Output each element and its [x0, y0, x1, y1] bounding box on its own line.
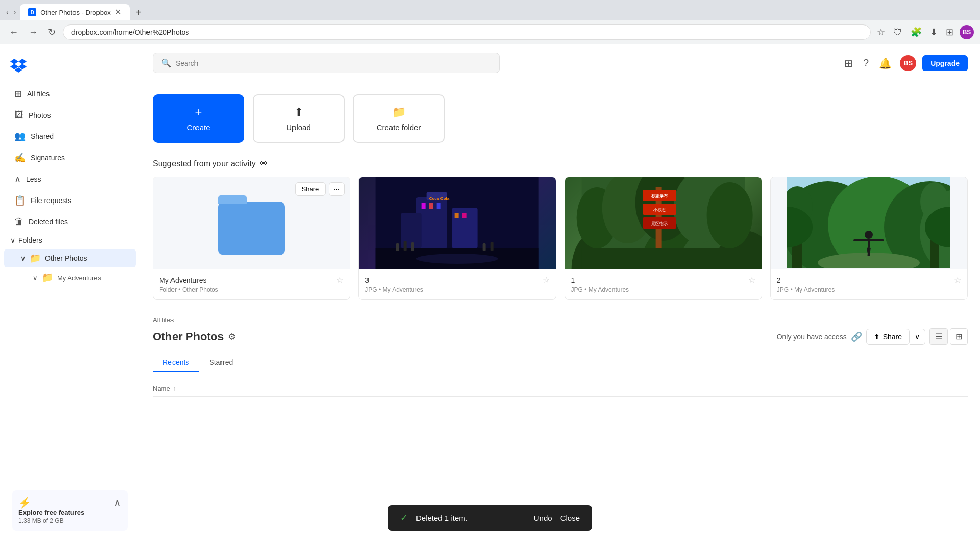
plus-icon: +	[195, 106, 202, 119]
file-card-photo-1[interactable]: 标志瀑布 小标志 景区指示 1	[565, 177, 762, 300]
file-card-my-adventures[interactable]: Share ⋯ My Adventures ☆ Folder • Other P…	[153, 177, 350, 300]
svg-point-28	[706, 182, 752, 248]
address-bar: ← → ↻ dropbox.com/home/Other%20Photos ☆ …	[0, 20, 980, 44]
card-share-button[interactable]: Share	[295, 182, 326, 196]
explore-icon: ⚡	[18, 496, 31, 509]
url-text: dropbox.com/home/Other%20Photos	[71, 28, 862, 36]
svg-rect-8	[455, 213, 459, 218]
grid-button[interactable]: ⊞	[944, 24, 955, 40]
top-bar-actions: ⊞ ? 🔔 BS Upgrade	[842, 55, 968, 71]
star-icon-2[interactable]: ☆	[954, 275, 961, 285]
folders-toggle[interactable]: ∨ Folders	[0, 232, 140, 248]
bookmark-button[interactable]: ☆	[875, 24, 887, 40]
share-dropdown-button[interactable]: ∨	[910, 329, 925, 345]
svg-text:Coca-Cola: Coca-Cola	[429, 196, 450, 201]
name-column-header[interactable]: Name ↑	[153, 385, 968, 392]
sidebar-label-shared: Shared	[31, 132, 54, 140]
svg-rect-54	[869, 239, 884, 241]
svg-text:小标志: 小标志	[653, 208, 665, 212]
svg-rect-17	[491, 242, 494, 251]
tab-starred[interactable]: Starred	[199, 353, 243, 372]
svg-rect-6	[429, 203, 433, 209]
download-button[interactable]: ⬇	[928, 24, 940, 40]
grid-view-button[interactable]: ⊞	[950, 328, 968, 345]
new-tab-button[interactable]: +	[132, 5, 146, 20]
search-input[interactable]	[176, 59, 491, 67]
tab-recents[interactable]: Recents	[153, 353, 199, 372]
sidebar-item-my-adventures[interactable]: ∨ 📁 My Adventures	[4, 268, 136, 287]
settings-button[interactable]: ⚙	[228, 331, 236, 342]
tab-arrow-left[interactable]: ‹	[4, 6, 11, 18]
sidebar-item-photos[interactable]: 🖼 Photos	[4, 105, 136, 125]
browser-profile[interactable]: BS	[960, 25, 974, 39]
active-tab[interactable]: D Other Photos - Dropbox ✕	[20, 4, 129, 20]
star-icon-1[interactable]: ☆	[748, 275, 755, 285]
sidebar-item-deleted-files[interactable]: 🗑 Deleted files	[4, 212, 136, 232]
footer-subtitle: 1.33 MB of 2 GB	[18, 517, 121, 524]
reload-button[interactable]: ↻	[45, 24, 59, 40]
view-toggles: ☰ ⊞	[929, 328, 968, 345]
folder-icon: 📁	[392, 106, 406, 119]
sidebar-item-less[interactable]: ∧ Less	[4, 169, 136, 189]
file-card-photo-2[interactable]: 2 ☆ JPG • My Adventures	[770, 177, 968, 300]
table-header: Name ↑	[153, 381, 968, 397]
create-button[interactable]: + Create	[153, 94, 244, 143]
top-bar: 🔍 ⊞ ? 🔔 BS Upgrade	[140, 44, 980, 82]
svg-rect-5	[422, 203, 426, 209]
url-bar[interactable]: dropbox.com/home/Other%20Photos	[63, 24, 871, 40]
grid-view-button[interactable]: ⊞	[842, 55, 855, 71]
access-info: Only you have access 🔗 ⬆ Share ∨ ☰ ⊞	[777, 328, 968, 345]
sidebar-item-all-files[interactable]: ⊞ All files	[4, 84, 136, 104]
file-card-meta: Folder • Other Photos	[159, 286, 344, 293]
footer-collapse-button[interactable]: ∧	[114, 496, 121, 509]
card-more-button[interactable]: ⋯	[329, 182, 345, 196]
eye-icon: 👁	[260, 159, 268, 168]
footer-title: Explore free features	[18, 509, 121, 516]
chevron-down-icon: ∨	[10, 236, 15, 244]
shared-icon: 👥	[14, 131, 26, 142]
create-folder-button[interactable]: 📁 Create folder	[353, 94, 445, 143]
svg-rect-36	[581, 248, 745, 269]
card-hover-actions: Share ⋯	[295, 182, 345, 196]
list-view-button[interactable]: ☰	[929, 328, 948, 345]
share-folder-button[interactable]: ⬆ Share	[866, 329, 910, 345]
toast-notification: ✓ Deleted 1 item. Undo Close	[388, 505, 592, 531]
suggested-title-text: Suggested from your activity	[153, 159, 256, 168]
file-card-meta-3: JPG • My Adventures	[365, 286, 549, 293]
back-button[interactable]: ←	[6, 25, 21, 40]
content-area: + Create ⬆ Upload 📁 Create folder Sugges…	[140, 82, 980, 409]
photo-preview-2	[771, 177, 967, 269]
card-filename: My Adventures	[159, 276, 207, 284]
close-button[interactable]: Close	[560, 514, 580, 522]
upgrade-button[interactable]: Upgrade	[922, 55, 968, 71]
photo-preview-1: 标志瀑布 小标志 景区指示	[565, 177, 762, 269]
chevron-down-icon: ∨	[20, 254, 26, 262]
tab-close-button[interactable]: ✕	[115, 8, 121, 16]
extensions-button[interactable]: 🧩	[909, 24, 924, 40]
sidebar-item-signatures[interactable]: ✍ Signatures	[4, 147, 136, 168]
tab-bar: ‹ › D Other Photos - Dropbox ✕ +	[0, 0, 980, 20]
file-card-name-1: 1 ☆	[571, 275, 755, 285]
link-icon-button[interactable]: 🔗	[851, 331, 862, 342]
sidebar-item-shared[interactable]: 👥 Shared	[4, 126, 136, 146]
toast-actions: Undo Close	[534, 514, 580, 522]
forward-button[interactable]: →	[26, 25, 41, 40]
sidebar-item-other-photos[interactable]: ∨ 📁 Other Photos	[4, 249, 136, 267]
help-button[interactable]: ?	[861, 55, 871, 71]
search-bar[interactable]: 🔍	[153, 53, 500, 73]
access-text: Only you have access	[777, 333, 847, 341]
extension-button[interactable]: 🛡	[891, 25, 904, 40]
sidebar-label-signatures: Signatures	[31, 154, 65, 162]
user-avatar[interactable]: BS	[900, 55, 916, 71]
file-card-name: My Adventures ☆	[159, 275, 344, 285]
undo-button[interactable]: Undo	[534, 514, 552, 522]
tab-arrow-right[interactable]: ›	[12, 6, 18, 18]
star-icon[interactable]: ☆	[336, 275, 344, 285]
upload-button[interactable]: ⬆ Upload	[253, 94, 345, 143]
svg-rect-16	[483, 243, 486, 251]
file-card-photo-3[interactable]: Coca-Cola	[358, 177, 556, 300]
sidebar-item-file-requests[interactable]: 📋 File requests	[4, 190, 136, 211]
folders-label: Folders	[18, 236, 42, 244]
star-icon-3[interactable]: ☆	[543, 275, 550, 285]
notifications-button[interactable]: 🔔	[877, 55, 894, 71]
